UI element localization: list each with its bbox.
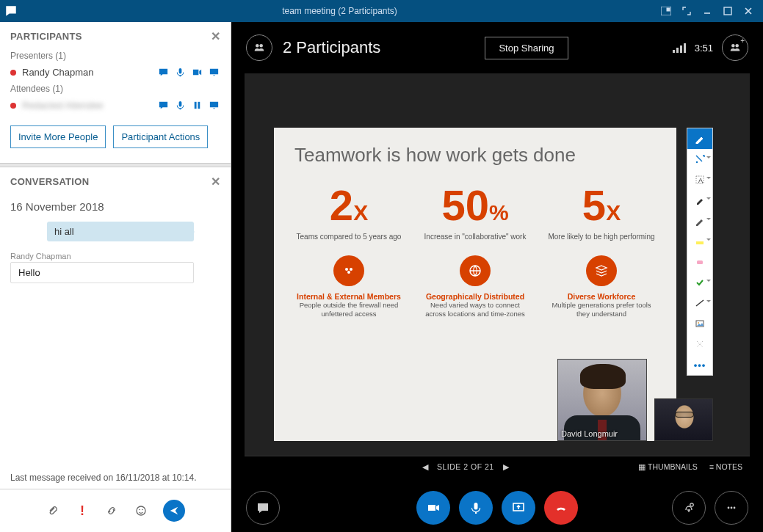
slide-number: SLIDE 2 OF 21: [437, 462, 494, 471]
laser-pointer-icon[interactable]: [687, 149, 712, 170]
emoji-icon[interactable]: [134, 503, 148, 518]
slide-area[interactable]: Teamwork is how work gets done 2XTeams c…: [245, 84, 750, 456]
message-sender: Randy Chapman: [10, 252, 231, 260]
delete-tool-icon[interactable]: [687, 334, 712, 354]
stat-item: 5XMore likely to be high performing: [547, 184, 656, 241]
mic-button[interactable]: [459, 491, 493, 525]
marker-tool-icon[interactable]: [687, 190, 712, 211]
participants-title: PARTICIPANTS: [10, 31, 82, 42]
participant-row[interactable]: Randy Chapman: [0, 64, 231, 81]
presenters-label: Presenters (1): [0, 48, 231, 64]
close-window-icon[interactable]: [738, 1, 759, 21]
svg-point-12: [345, 268, 348, 271]
pen2-icon[interactable]: [687, 211, 712, 231]
slide-title: Teamwork is how work gets done: [294, 144, 656, 167]
im-icon[interactable]: [157, 99, 170, 112]
monitor-icon[interactable]: [208, 99, 220, 112]
svg-point-7: [142, 509, 143, 511]
globe-icon: [460, 255, 491, 286]
feature-item: Geographically DistributedNeed varied wa…: [421, 255, 529, 319]
link-icon[interactable]: [104, 503, 119, 518]
text-tool-icon[interactable]: A: [687, 170, 712, 190]
svg-rect-4: [198, 102, 200, 109]
line-tool-icon[interactable]: [687, 293, 712, 313]
compose-bar: !: [0, 489, 231, 532]
svg-point-14: [347, 271, 350, 274]
highlighter-icon[interactable]: [687, 231, 712, 252]
pip-speaker-video[interactable]: David Longmuir: [557, 359, 647, 441]
minimize-icon[interactable]: [697, 1, 717, 21]
attendees-label: Attendees (1): [0, 81, 231, 97]
message-incoming: hi all: [0, 217, 231, 246]
maximize-icon[interactable]: [717, 1, 738, 21]
contact-card-icon[interactable]: [656, 1, 676, 21]
participant-name: Randy Chapman: [22, 67, 157, 78]
svg-point-25: [728, 507, 730, 509]
hangup-button[interactable]: [544, 491, 578, 525]
video-thumbnail: [558, 360, 646, 440]
thumbnails-button[interactable]: ▦ THUMBNAILS: [638, 462, 697, 471]
priority-icon[interactable]: !: [75, 503, 90, 518]
svg-point-6: [139, 509, 140, 511]
chat-icon[interactable]: [246, 491, 280, 525]
participants-count: 2 Participants: [283, 38, 380, 57]
video-paused-icon[interactable]: [191, 99, 203, 112]
left-sidebar: PARTICIPANTS ✕ Presenters (1) Randy Chap…: [0, 22, 231, 532]
main-stage: 2 Participants Stop Sharing 3:51 + Teamw…: [231, 22, 763, 532]
sharing-icon[interactable]: [208, 66, 220, 79]
im-icon[interactable]: [157, 66, 170, 79]
share-button[interactable]: [502, 491, 535, 525]
slide-nav-bar: ◀ SLIDE 2 OF 21 ▶ ▦ THUMBNAILS ≡ NOTES: [245, 456, 750, 476]
presentation-stage: Teamwork is how work gets done 2XTeams c…: [245, 73, 750, 476]
mic-icon[interactable]: [174, 99, 187, 112]
app-icon: [4, 4, 18, 18]
svg-point-8: [256, 44, 259, 48]
pip-self-video[interactable]: [654, 398, 713, 441]
stat-item: 50%Increase in "collaborative" work: [421, 184, 529, 241]
invite-more-button[interactable]: Invite More People: [10, 125, 106, 148]
signal-icon: [673, 43, 686, 53]
mic-icon[interactable]: [174, 66, 187, 79]
pip-name: David Longmuir: [561, 429, 618, 438]
svg-point-10: [731, 44, 735, 48]
participants-close-icon[interactable]: ✕: [211, 29, 220, 43]
device-settings-icon[interactable]: [672, 491, 706, 525]
conversation-close-icon[interactable]: ✕: [211, 175, 220, 189]
presence-dot-icon: [10, 103, 16, 109]
pen-tool-icon[interactable]: [687, 128, 712, 149]
svg-point-5: [137, 506, 145, 515]
feature-item: Internal & External MembersPeople outsid…: [294, 255, 403, 319]
conversation-date: 16 November 2018: [0, 193, 231, 217]
last-message-status: Last message received on 16/11/2018 at 1…: [0, 467, 231, 489]
send-button[interactable]: [163, 500, 185, 522]
next-slide-icon[interactable]: ▶: [503, 462, 509, 471]
stop-sharing-button[interactable]: Stop Sharing: [485, 37, 568, 59]
message-outgoing: Hello: [10, 262, 194, 283]
check-icon[interactable]: [687, 272, 712, 293]
svg-point-13: [350, 268, 352, 271]
prev-slide-icon[interactable]: ◀: [422, 462, 428, 471]
participants-header: PARTICIPANTS ✕: [0, 22, 231, 48]
more-options-icon[interactable]: [715, 491, 748, 525]
video-button[interactable]: [416, 491, 450, 525]
feature-item: Diverse WorkforceMultiple generations pr…: [547, 255, 656, 319]
svg-rect-1: [667, 8, 670, 11]
roster-icon[interactable]: [246, 34, 272, 61]
eraser-icon[interactable]: [687, 252, 712, 272]
video-icon[interactable]: [191, 66, 203, 79]
more-tools-icon[interactable]: •••: [687, 354, 712, 375]
image-tool-icon[interactable]: [687, 313, 712, 334]
fullscreen-icon[interactable]: [676, 1, 697, 21]
title-bar[interactable]: team meeting (2 Participants): [0, 0, 763, 22]
attach-icon[interactable]: [46, 503, 60, 518]
svg-point-26: [731, 507, 733, 509]
notes-button[interactable]: ≡ NOTES: [709, 462, 742, 471]
call-controls: [231, 484, 763, 532]
presence-dot-icon: [10, 70, 16, 76]
message-bubble: hi all: [47, 222, 194, 241]
add-participant-icon[interactable]: +: [722, 34, 748, 61]
participant-actions-button[interactable]: Participant Actions: [113, 125, 208, 148]
participant-row[interactable]: Redacted Attendee: [0, 97, 231, 114]
svg-point-16: [696, 161, 698, 163]
window-title: team meeting (2 Participants): [23, 6, 656, 16]
